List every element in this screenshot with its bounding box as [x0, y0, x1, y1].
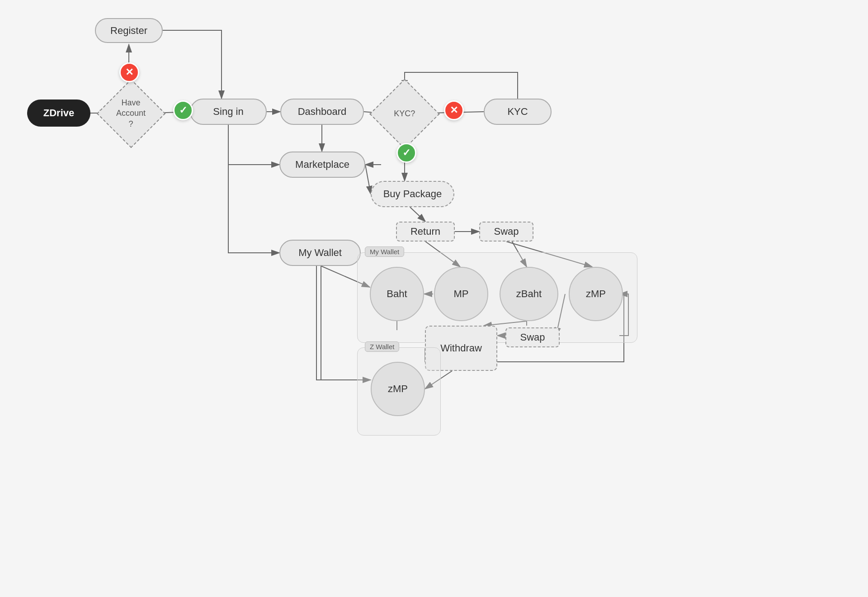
cross-kyc-icon: ✕: [444, 100, 464, 120]
swap-top-node: Swap: [479, 222, 533, 242]
zdrive-node: ZDrive: [27, 100, 90, 127]
diagram-container: ZDrive HaveAccount? Register Sing in Das…: [0, 0, 868, 597]
zdrive-label: ZDrive: [43, 107, 74, 119]
swap-top-label: Swap: [494, 226, 519, 237]
zmp-node: zMP: [569, 267, 623, 321]
baht-node: Baht: [370, 267, 424, 321]
register-node: Register: [95, 18, 163, 43]
zbaht-label: zBaht: [516, 288, 542, 300]
swap-bottom-node: Swap: [505, 327, 560, 347]
kyc-check-label: KYC?: [394, 109, 415, 119]
marketplace-node: Marketplace: [279, 152, 365, 178]
my-wallet-group-label: My Wallet: [365, 246, 404, 257]
signin-node: Sing in: [190, 99, 267, 125]
kyc-node: KYC: [484, 99, 552, 125]
svg-line-11: [410, 207, 425, 222]
zwallet-zmp-node: zMP: [371, 362, 425, 416]
signin-label: Sing in: [213, 106, 243, 118]
buy-package-label: Buy Package: [383, 188, 442, 200]
check-kyc-icon: ✓: [396, 143, 416, 163]
marketplace-label: Marketplace: [295, 159, 349, 171]
return-node: Return: [396, 222, 455, 242]
mp-label: MP: [454, 288, 469, 300]
register-label: Register: [110, 25, 147, 37]
dashboard-label: Dashboard: [298, 106, 347, 118]
my-wallet-label: My Wallet: [298, 247, 342, 259]
zmp-label: zMP: [586, 288, 606, 300]
zwallet-zmp-label: zMP: [388, 383, 408, 395]
zbaht-node: zBaht: [500, 267, 558, 321]
dashboard-node: Dashboard: [280, 99, 364, 125]
my-wallet-node: My Wallet: [279, 240, 361, 266]
svg-line-10: [365, 165, 371, 194]
return-label: Return: [410, 226, 440, 237]
kyc-check-node: KYC?: [369, 79, 440, 149]
baht-label: Baht: [387, 288, 407, 300]
kyc-label: KYC: [507, 106, 528, 118]
buy-package-node: Buy Package: [371, 181, 454, 207]
mp-node: MP: [434, 267, 488, 321]
withdraw-label: Withdraw: [440, 342, 482, 354]
have-account-label: HaveAccount?: [116, 98, 146, 129]
swap-bottom-label: Swap: [520, 332, 545, 343]
cross-top-icon: ✕: [119, 62, 139, 82]
check-middle-icon: ✓: [173, 100, 193, 120]
have-account-node: HaveAccount?: [97, 79, 166, 148]
z-wallet-group-label: Z Wallet: [365, 341, 399, 352]
